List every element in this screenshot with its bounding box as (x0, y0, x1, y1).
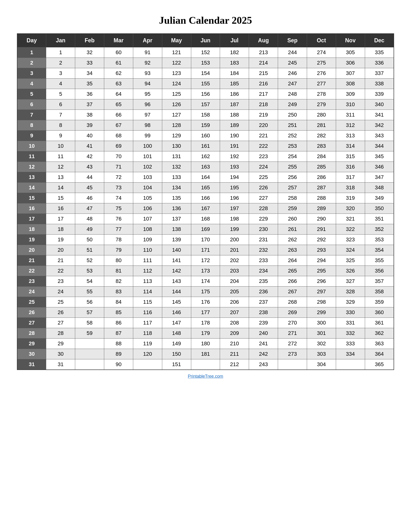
day-cell: 17 (17, 214, 46, 224)
value-cell: 247 (278, 79, 307, 89)
value-cell: 136 (162, 203, 191, 214)
day-cell: 14 (17, 183, 46, 193)
day-cell: 21 (17, 255, 46, 266)
value-cell: 37 (75, 99, 104, 110)
value-cell: 12 (46, 162, 75, 172)
value-cell: 340 (365, 99, 394, 110)
value-cell: 238 (249, 307, 278, 318)
value-cell (75, 349, 104, 359)
value-cell: 329 (336, 297, 365, 307)
value-cell: 164 (191, 172, 220, 183)
value-cell: 51 (75, 245, 104, 255)
value-cell: 294 (307, 255, 336, 266)
value-cell: 299 (307, 307, 336, 318)
value-cell: 133 (162, 172, 191, 183)
value-cell: 310 (336, 99, 365, 110)
value-cell: 30 (46, 349, 75, 359)
day-cell: 3 (17, 68, 46, 79)
table-row: 99406899129160190221252282313343 (17, 131, 394, 141)
value-cell: 111 (133, 255, 162, 266)
value-cell: 280 (307, 110, 336, 120)
value-cell: 242 (249, 349, 278, 359)
table-row: 313190151212243304365 (17, 359, 394, 370)
table-row: 27275886117147178208239270300331361 (17, 318, 394, 328)
value-cell: 185 (220, 79, 249, 89)
value-cell: 19 (46, 235, 75, 245)
value-cell: 181 (191, 349, 220, 359)
value-cell: 308 (336, 79, 365, 89)
value-cell: 48 (75, 214, 104, 224)
value-cell: 192 (220, 151, 249, 162)
value-cell: 183 (220, 58, 249, 68)
value-cell: 286 (307, 172, 336, 183)
value-cell: 331 (336, 318, 365, 328)
value-cell: 26 (46, 307, 75, 318)
value-cell: 173 (191, 266, 220, 276)
value-cell: 129 (162, 131, 191, 141)
value-cell: 99 (133, 131, 162, 141)
value-cell: 86 (104, 318, 133, 328)
value-cell: 190 (220, 131, 249, 141)
value-cell: 346 (365, 162, 394, 172)
value-cell: 363 (365, 339, 394, 349)
value-cell: 5 (46, 89, 75, 99)
value-cell: 184 (220, 68, 249, 79)
value-cell: 355 (365, 255, 394, 266)
value-cell: 84 (104, 297, 133, 307)
value-cell: 139 (162, 235, 191, 245)
value-cell: 334 (336, 349, 365, 359)
table-row: 13134472103133164194225256286317347 (17, 172, 394, 183)
value-cell: 47 (75, 203, 104, 214)
table-row: 22336192122153183214245275306336 (17, 58, 394, 68)
value-cell: 285 (307, 162, 336, 172)
value-cell: 60 (104, 48, 133, 58)
value-cell: 245 (278, 58, 307, 68)
value-cell: 305 (336, 48, 365, 58)
value-cell: 267 (278, 286, 307, 297)
value-cell: 39 (75, 120, 104, 131)
value-cell: 100 (133, 141, 162, 151)
table-row: 26265785116146177207238269299330360 (17, 307, 394, 318)
footer-link[interactable]: PrintableTree.com (188, 374, 223, 379)
value-cell: 71 (104, 162, 133, 172)
value-cell: 356 (365, 266, 394, 276)
value-cell: 176 (191, 297, 220, 307)
value-cell: 300 (307, 318, 336, 328)
header-cell-jan: Jan (46, 34, 75, 48)
value-cell: 7 (46, 110, 75, 120)
value-cell: 219 (249, 110, 278, 120)
value-cell: 357 (365, 276, 394, 286)
value-cell: 195 (220, 183, 249, 193)
value-cell: 351 (365, 214, 394, 224)
value-cell: 283 (307, 141, 336, 151)
value-cell: 258 (278, 193, 307, 203)
value-cell: 312 (336, 120, 365, 131)
value-cell: 228 (249, 203, 278, 214)
value-cell: 45 (75, 183, 104, 193)
table-row: 18184977108138169199230261291322352 (17, 224, 394, 235)
table-row: 24245583114144175205236267297328358 (17, 286, 394, 297)
day-cell: 13 (17, 172, 46, 183)
value-cell: 61 (104, 58, 133, 68)
day-cell: 12 (17, 162, 46, 172)
value-cell: 8 (46, 120, 75, 131)
value-cell: 325 (336, 255, 365, 266)
value-cell: 98 (133, 120, 162, 131)
header-cell-sep: Sep (278, 34, 307, 48)
value-cell: 327 (336, 276, 365, 286)
value-cell: 290 (307, 214, 336, 224)
value-cell: 159 (191, 120, 220, 131)
value-cell: 284 (307, 151, 336, 162)
value-cell (278, 359, 307, 370)
value-cell: 50 (75, 235, 104, 245)
value-cell: 14 (46, 183, 75, 193)
day-cell: 28 (17, 328, 46, 339)
value-cell: 142 (162, 266, 191, 276)
value-cell: 318 (336, 183, 365, 193)
value-cell: 199 (220, 224, 249, 235)
value-cell: 113 (133, 276, 162, 286)
header-cell-nov: Nov (336, 34, 365, 48)
value-cell: 140 (162, 245, 191, 255)
day-cell: 23 (17, 276, 46, 286)
value-cell: 236 (249, 286, 278, 297)
